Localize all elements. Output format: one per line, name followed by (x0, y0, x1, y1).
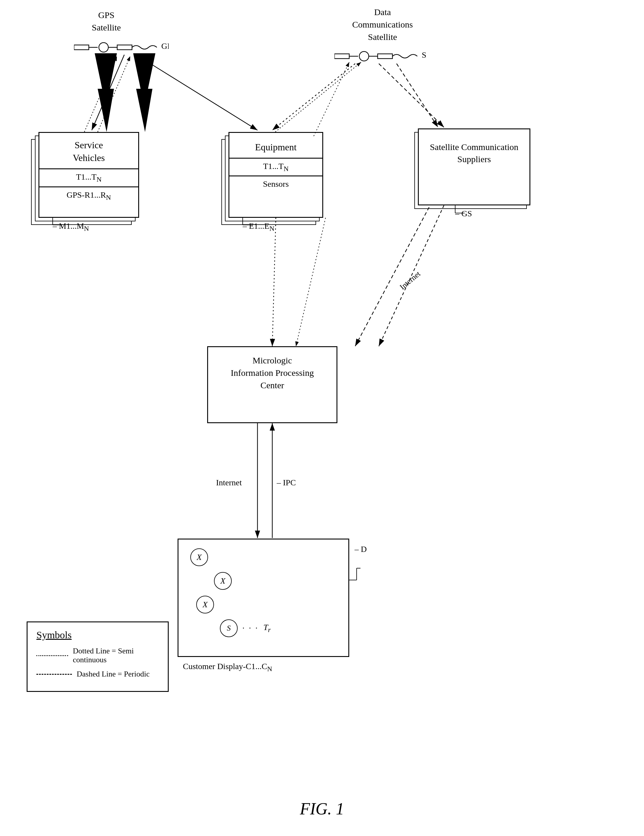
service-vehicles-footnote: – M1...MN (53, 221, 89, 233)
service-vehicles-title: ServiceVehicles (39, 133, 138, 168)
customer-display-label: Customer Display-C1...CN (183, 662, 272, 673)
svg-marker-21 (95, 53, 117, 132)
sat-comm-box: Satellite CommunicationSuppliers (418, 129, 530, 206)
display-item-x1: X (190, 549, 208, 566)
svg-line-15 (92, 55, 124, 130)
equipment-row2: Sensors (229, 175, 322, 192)
svg-text:S: S (422, 50, 427, 59)
display-item-x2: X (214, 572, 232, 590)
legend-dotted: Dotted Line = Semi continuous (36, 647, 159, 665)
dotted-line-sample (36, 655, 68, 656)
service-vehicles-row1: T1...TN (39, 168, 138, 186)
svg-rect-4 (117, 45, 132, 50)
legend-box: Symbols Dotted Line = Semi continuous Da… (27, 622, 169, 692)
svg-line-24 (275, 62, 361, 132)
svg-text:Internet: Internet (398, 269, 422, 292)
sat-comm-title: Satellite CommunicationSuppliers (419, 129, 530, 169)
customer-display-box: X X X S · · · Tr (178, 539, 349, 657)
svg-line-17 (272, 64, 355, 130)
customer-display-d-label: – D (355, 544, 367, 554)
svg-line-18 (397, 64, 438, 127)
display-tr: Tr (263, 623, 271, 634)
svg-line-41 (314, 62, 349, 136)
equipment-box: Equipment T1...TN Sensors (229, 132, 323, 218)
svg-rect-10 (378, 54, 392, 59)
display-dots: · · · (242, 624, 259, 633)
gps-satellite-label: GPS Satellite (92, 9, 121, 34)
svg-line-26 (355, 207, 429, 346)
data-sat-symbol: S (334, 50, 429, 63)
display-item-x3: X (196, 596, 214, 614)
svg-text:Internet: Internet (216, 478, 242, 487)
equipment-footnote: – E1...EN (243, 221, 275, 233)
diagram-container: GPS Satellite Data Communications Satell… (0, 0, 644, 836)
svg-line-25 (272, 218, 276, 346)
svg-marker-22 (133, 53, 155, 132)
figure-label: FIG. 1 (300, 799, 344, 818)
micrologic-box: MicrologicInformation ProcessingCenter (207, 346, 337, 423)
display-item-s: S (220, 619, 238, 637)
micrologic-title: MicrologicInformation ProcessingCenter (208, 347, 337, 395)
svg-line-19 (379, 64, 444, 127)
service-vehicles-box: ServiceVehicles T1...TN GPS-R1...RN (38, 132, 139, 218)
svg-line-43 (296, 218, 325, 346)
legend-dashed: Dashed Line = Periodic (36, 670, 159, 679)
svg-line-23 (84, 56, 117, 132)
legend-title: Symbols (36, 629, 159, 641)
sat-comm-footnote: – GS (455, 209, 472, 219)
dashed-line-sample (36, 674, 72, 675)
svg-point-2 (99, 42, 108, 52)
svg-rect-0 (74, 45, 89, 50)
svg-text:– IPC: – IPC (276, 478, 296, 487)
svg-point-8 (359, 52, 369, 61)
svg-line-42 (379, 206, 444, 346)
equipment-title: Equipment (229, 133, 322, 158)
equipment-row1: T1...TN (229, 158, 322, 176)
service-vehicles-row2: GPS-R1...RN (39, 186, 138, 204)
svg-rect-6 (334, 54, 349, 59)
svg-text:GPS: GPS (161, 41, 169, 51)
svg-line-20 (98, 56, 130, 132)
svg-line-16 (136, 55, 257, 130)
gps-satellite-symbol: GPS (74, 41, 169, 54)
data-comm-satellite-label: Data Communications Satellite (352, 6, 413, 43)
